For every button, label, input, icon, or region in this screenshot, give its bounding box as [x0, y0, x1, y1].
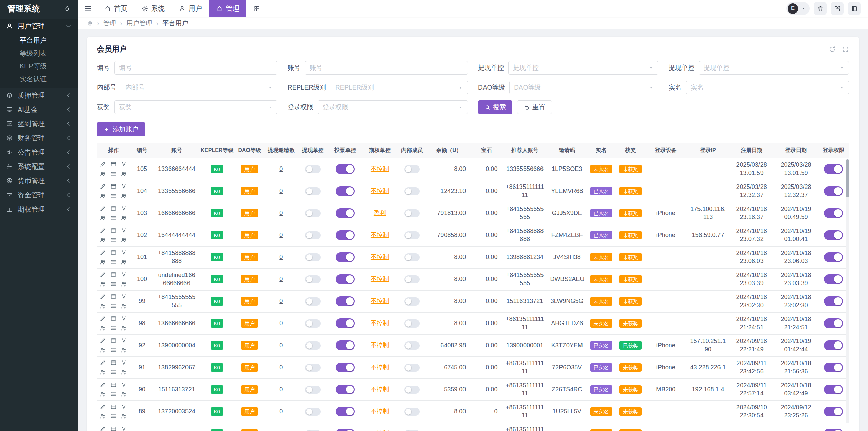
nav-tab-apps[interactable] — [246, 0, 267, 17]
edit-icon[interactable] — [100, 205, 106, 212]
sidebar-item-finance-mgmt[interactable]: 财务管理 — [0, 131, 78, 145]
detail-icon[interactable] — [110, 381, 117, 388]
nav-tab-system[interactable]: 系统 — [135, 0, 172, 17]
vote-control-toggle[interactable] — [336, 164, 355, 174]
detail-icon[interactable] — [110, 227, 117, 234]
records-icon[interactable] — [110, 303, 117, 309]
members-icon[interactable] — [121, 215, 127, 221]
verify-icon[interactable] — [121, 205, 127, 212]
login-permission-toggle[interactable] — [824, 407, 843, 416]
withdraw-control-toggle[interactable] — [305, 209, 321, 217]
option-control-link[interactable]: 不控制 — [371, 232, 389, 238]
team-icon[interactable] — [100, 281, 106, 287]
vote-control-toggle[interactable] — [336, 208, 355, 218]
detail-icon[interactable] — [110, 161, 117, 168]
records-icon[interactable] — [110, 237, 117, 243]
filter-input-no[interactable] — [114, 61, 277, 75]
internal-member-toggle[interactable] — [404, 430, 420, 431]
detail-icon[interactable] — [110, 271, 117, 278]
nav-tab-home[interactable]: 首页 — [97, 0, 135, 17]
edit-icon[interactable] — [100, 161, 106, 168]
members-icon[interactable] — [121, 303, 127, 309]
sidebar-item-options-mgmt[interactable]: 期权管理 — [0, 202, 78, 216]
sidebar-subitem-platform-users[interactable]: 平台用户 — [0, 34, 78, 47]
breadcrumb-item[interactable]: 用户管理 — [126, 19, 152, 28]
withdraw-invite-count-link[interactable]: 0 — [279, 320, 283, 327]
team-icon[interactable] — [100, 325, 106, 331]
detail-icon[interactable] — [110, 426, 117, 431]
login-permission-toggle[interactable] — [824, 340, 843, 350]
withdraw-control-toggle[interactable] — [305, 275, 321, 283]
vote-control-toggle[interactable] — [336, 296, 355, 306]
login-permission-toggle[interactable] — [824, 274, 843, 284]
verify-icon[interactable] — [121, 227, 127, 234]
verify-icon[interactable] — [121, 359, 127, 366]
sidebar-item-checkin-mgmt[interactable]: 签到管理 — [0, 117, 78, 131]
withdraw-control-toggle[interactable] — [305, 231, 321, 239]
team-icon[interactable] — [100, 369, 106, 375]
internal-member-toggle[interactable] — [404, 275, 420, 283]
search-button[interactable]: 搜索 — [478, 100, 512, 114]
edit-icon[interactable] — [100, 426, 106, 431]
sidebar-toggle-icon[interactable] — [78, 0, 97, 17]
verify-icon[interactable] — [121, 404, 127, 410]
login-permission-toggle[interactable] — [824, 164, 843, 174]
withdraw-invite-count-link[interactable]: 0 — [279, 276, 283, 282]
option-control-link[interactable]: 不控制 — [371, 298, 389, 305]
table-scrollbar[interactable] — [846, 159, 849, 423]
option-control-link[interactable]: 不控制 — [371, 254, 389, 260]
filter-select-dao-level[interactable]: DAO等级 — [509, 81, 658, 94]
verify-icon[interactable] — [121, 426, 127, 431]
filter-select-withdraw-control-2[interactable]: 提现单控 — [699, 61, 849, 75]
login-permission-toggle[interactable] — [824, 208, 843, 218]
withdraw-control-toggle[interactable] — [305, 408, 321, 416]
verify-icon[interactable] — [121, 271, 127, 278]
option-control-link[interactable]: 不控制 — [371, 276, 389, 282]
option-control-link[interactable]: 盈利 — [374, 210, 386, 216]
login-permission-toggle[interactable] — [824, 363, 843, 372]
sidebar-subitem-level-list[interactable]: 等级列表 — [0, 47, 78, 60]
records-icon[interactable] — [110, 259, 117, 265]
internal-member-toggle[interactable] — [404, 187, 420, 195]
verify-icon[interactable] — [121, 381, 127, 388]
internal-member-toggle[interactable] — [404, 297, 420, 306]
vote-control-toggle[interactable] — [336, 230, 355, 240]
sidebar-subitem-realname-auth[interactable]: 实名认证 — [0, 73, 78, 85]
detail-icon[interactable] — [110, 404, 117, 410]
members-icon[interactable] — [121, 259, 127, 265]
members-icon[interactable] — [121, 369, 127, 375]
records-icon[interactable] — [110, 347, 117, 353]
records-icon[interactable] — [110, 193, 117, 199]
withdraw-control-toggle[interactable] — [305, 253, 321, 261]
filter-input-account[interactable] — [305, 61, 468, 75]
detail-icon[interactable] — [110, 205, 117, 212]
edit-button[interactable] — [831, 2, 844, 15]
team-icon[interactable] — [100, 303, 106, 309]
sidebar-item-system-config[interactable]: 系统配置 — [0, 159, 78, 174]
breadcrumb-item[interactable]: 管理 — [103, 19, 116, 28]
verify-icon[interactable] — [121, 249, 127, 256]
members-icon[interactable] — [121, 413, 127, 419]
withdraw-invite-count-link[interactable]: 0 — [279, 210, 283, 216]
internal-member-toggle[interactable] — [404, 408, 420, 416]
vote-control-toggle[interactable] — [336, 340, 355, 350]
verify-icon[interactable] — [121, 315, 127, 322]
withdraw-control-toggle[interactable] — [305, 364, 321, 372]
withdraw-invite-count-link[interactable]: 0 — [279, 408, 283, 415]
team-icon[interactable] — [100, 413, 106, 419]
detail-icon[interactable] — [110, 359, 117, 366]
vote-control-toggle[interactable] — [336, 363, 355, 372]
detail-icon[interactable] — [110, 249, 117, 256]
login-permission-toggle[interactable] — [824, 230, 843, 240]
edit-icon[interactable] — [100, 249, 106, 256]
internal-member-toggle[interactable] — [404, 253, 420, 261]
filter-select-realname[interactable]: 实名 — [686, 81, 849, 94]
internal-member-toggle[interactable] — [404, 341, 420, 350]
option-control-link[interactable]: 不控制 — [371, 188, 389, 194]
withdraw-invite-count-link[interactable]: 0 — [279, 342, 283, 349]
detail-icon[interactable] — [110, 315, 117, 322]
withdraw-control-toggle[interactable] — [305, 341, 321, 350]
vote-control-toggle[interactable] — [336, 429, 355, 431]
records-icon[interactable] — [110, 413, 117, 419]
withdraw-invite-count-link[interactable]: 0 — [279, 232, 283, 238]
